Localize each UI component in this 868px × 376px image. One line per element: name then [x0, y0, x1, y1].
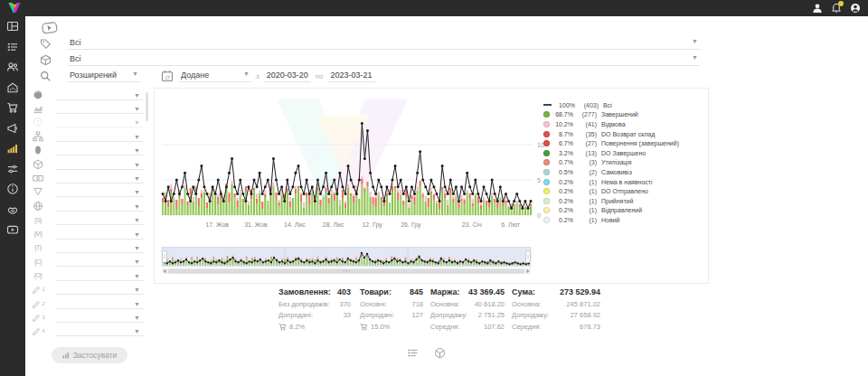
- stat-sub-value: 2 751.25: [478, 311, 505, 319]
- date-from-input[interactable]: 2020-03-20: [264, 70, 311, 82]
- svg-text:23. Січ: 23. Січ: [462, 221, 482, 228]
- legend-item[interactable]: 8.7%(35)DO Возврат склад: [543, 129, 704, 139]
- panel-scrollbar[interactable]: [146, 92, 148, 121]
- sidebar-item-store[interactable]: [0, 78, 25, 99]
- sidebar-item-orders-list[interactable]: [0, 37, 25, 58]
- app-logo-icon[interactable]: [7, 2, 22, 14]
- filter-select-12[interactable]: ▼: [56, 242, 144, 253]
- filter-select-2[interactable]: ▼: [56, 103, 144, 114]
- filter-select-15[interactable]: ▼: [56, 284, 144, 295]
- legend-item[interactable]: 68.7%(277)Завершений: [543, 110, 704, 120]
- custom-field-1-icon: 1: [32, 284, 44, 295]
- minimap-handle-right[interactable]: [526, 251, 531, 263]
- search-icon[interactable]: [39, 70, 52, 82]
- svg-text:5: 5: [537, 177, 541, 183]
- orders-list-icon[interactable]: [407, 347, 419, 359]
- chart-legend: 100%(403)Всі68.7%(277)Завершений10.2%(41…: [543, 100, 704, 225]
- chevron-down-icon: ▼: [692, 38, 698, 47]
- braces-o-icon: {O}: [32, 272, 44, 278]
- filter-select-5[interactable]: ▼: [56, 145, 144, 155]
- search-mode-select[interactable]: Розширений ▼: [68, 70, 140, 82]
- legend-item[interactable]: 0.2%(1)Прийнятий: [543, 196, 704, 206]
- product-select[interactable]: Всі ▼: [68, 54, 700, 66]
- legend-count: (1): [573, 198, 597, 204]
- legend-label: Нема в наявності: [601, 179, 653, 185]
- legend-item[interactable]: 0.5%(2)Самовивіз: [543, 167, 704, 177]
- notifications-icon[interactable]: [831, 3, 842, 14]
- filter-select-6[interactable]: ▼: [56, 159, 144, 170]
- legend-label: Самовивіз: [601, 169, 632, 175]
- legend-item[interactable]: 0.2%(1)DO Отправлено: [543, 186, 704, 196]
- user-icon[interactable]: [812, 3, 823, 14]
- legend-item[interactable]: 10.2%(41)Відмова: [543, 119, 704, 129]
- products-icon[interactable]: [434, 347, 446, 359]
- legend-item[interactable]: 100%(403)Всі: [543, 100, 704, 110]
- filter-select-17[interactable]: ▼: [56, 312, 144, 323]
- sidebar-item-marketing[interactable]: [0, 118, 25, 139]
- legend-item[interactable]: 6.7%(27)Повернення (завершений): [543, 138, 704, 148]
- svg-text:31. Жов: 31. Жов: [244, 221, 268, 228]
- chevron-down-icon: ▼: [134, 92, 140, 99]
- status-group-select[interactable]: Всі ▼: [68, 38, 700, 50]
- info-icon: [6, 183, 19, 195]
- filter-select-7[interactable]: ▼: [56, 173, 144, 183]
- legend-percent: 0.2%: [550, 179, 573, 185]
- legend-item[interactable]: 3.2%(13)DO Завершено: [543, 148, 704, 158]
- filter-select-9[interactable]: ▼: [56, 201, 144, 212]
- date-to-input[interactable]: 2023-03-21: [328, 70, 375, 82]
- cart-icon: [278, 323, 287, 331]
- legend-marker: [543, 111, 550, 118]
- calendar-icon[interactable]: 17: [160, 70, 174, 82]
- chevron-down-icon: ▼: [134, 189, 140, 196]
- minimap-scrollbar[interactable]: [162, 268, 531, 274]
- stat-sub-value: 40 618.20: [475, 300, 505, 308]
- stat-value: 403: [337, 287, 351, 296]
- pipeline-icon[interactable]: [40, 20, 60, 35]
- chevron-down-icon: ▼: [134, 134, 140, 141]
- stat-sub-label: Основна:: [512, 300, 541, 308]
- sidebar-item-dashboard[interactable]: [0, 16, 25, 37]
- filter-select-18[interactable]: ▼: [56, 325, 144, 336]
- sidebar-item-users[interactable]: [0, 57, 25, 78]
- filter-select-13[interactable]: ▼: [56, 256, 144, 267]
- legend-marker: [543, 207, 550, 213]
- minimap-handle-left[interactable]: [163, 251, 167, 263]
- filter-select-10[interactable]: ▼: [56, 214, 144, 225]
- filter-row: ▼: [25, 88, 154, 101]
- sidebar-item-partners[interactable]: [0, 200, 25, 221]
- date-field-value: Додане: [181, 70, 209, 80]
- legend-item[interactable]: 0.2%(1)Відправлений: [543, 206, 704, 216]
- legend-count: (403): [575, 102, 599, 108]
- sidebar-item-settings-sliders[interactable]: [0, 159, 25, 180]
- legend-item[interactable]: 0.2%(1)Нема в наявності: [543, 177, 704, 187]
- filter-select-3[interactable]: ▼: [56, 117, 144, 127]
- filter-select-14[interactable]: ▼: [56, 270, 144, 281]
- filter-row: ?▼: [25, 116, 154, 129]
- sidebar-item-cart[interactable]: [0, 98, 25, 118]
- filter-select-11[interactable]: ▼: [56, 229, 144, 240]
- braces-m-icon: {M}: [32, 230, 44, 237]
- legend-item[interactable]: 0.2%(1)Новий: [543, 215, 704, 225]
- chart-card: 051017. Жов31. Жов14. Лис28. Лис12. Гру2…: [154, 88, 709, 284]
- stat-value: 273 529.94: [560, 287, 600, 296]
- legend-marker: [543, 169, 550, 175]
- sidebar-item-video[interactable]: [0, 220, 25, 240]
- legend-count: (1): [573, 179, 597, 185]
- filter-select-8[interactable]: ▼: [56, 186, 144, 197]
- apply-button[interactable]: Застосувати: [52, 347, 128, 363]
- account-icon[interactable]: [850, 3, 861, 14]
- filter-row: {O}▼: [25, 268, 154, 282]
- filter-select-1[interactable]: ▼: [56, 89, 144, 100]
- custom-field-3-icon: 3: [32, 312, 44, 323]
- filter-row: {S}▼: [25, 213, 154, 227]
- filter-select-16[interactable]: ▼: [56, 298, 144, 309]
- svg-text:?: ?: [37, 120, 41, 126]
- legend-item[interactable]: 0.7%(3)Утилізація: [543, 158, 704, 168]
- stat-sub-label: Допродані:: [360, 311, 394, 319]
- sidebar-item-statistics[interactable]: [0, 138, 25, 159]
- sidebar-item-info[interactable]: [0, 179, 25, 200]
- svg-text:28. Лис: 28. Лис: [323, 221, 344, 228]
- filter-select-4[interactable]: ▼: [56, 131, 144, 142]
- date-field-select[interactable]: Додане ▼: [179, 70, 251, 82]
- chart-minimap[interactable]: [160, 247, 534, 276]
